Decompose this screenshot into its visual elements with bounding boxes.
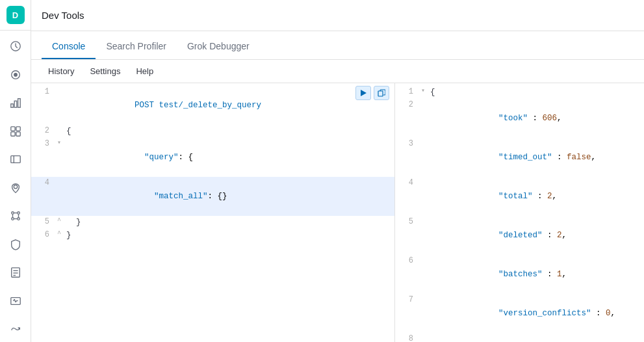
svg-rect-31 (378, 91, 383, 96)
tab-console[interactable]: Console (42, 34, 96, 59)
action-buttons (355, 86, 389, 100)
right-line-8: 8 "noops" : 0, (395, 333, 644, 342)
editor-area: 1 POST test/_delete_by_query 2 { (31, 83, 644, 342)
history-button[interactable]: History (42, 64, 81, 79)
svg-point-13 (11, 212, 14, 215)
sidebar-item-visualize[interactable] (0, 90, 31, 116)
toolbar: History Settings Help (31, 60, 644, 83)
right-code-editor[interactable]: 1 ▾ { 2 "took" : 606, 3 (395, 83, 644, 342)
svg-rect-6 (10, 126, 14, 130)
left-code-editor[interactable]: 1 POST test/_delete_by_query 2 { (31, 83, 394, 342)
logo-letter: D (12, 10, 18, 20)
tab-bar: Console Search Profiler Grok Debugger (31, 31, 644, 60)
svg-marker-30 (361, 90, 367, 96)
svg-rect-4 (14, 101, 17, 107)
svg-rect-7 (16, 126, 19, 130)
right-line-4: 4 "total" : 2, (395, 177, 644, 216)
sidebar-item-ml[interactable] (0, 203, 31, 229)
sidebar-item-canvas[interactable] (0, 146, 31, 172)
code-line-5: 5 ^ } (31, 216, 394, 229)
svg-rect-8 (10, 132, 14, 136)
settings-button[interactable]: Settings (83, 64, 127, 79)
app-logo: D (6, 6, 25, 24)
run-button[interactable] (355, 86, 371, 100)
svg-line-28 (16, 300, 17, 302)
tab-search-profiler[interactable]: Search Profiler (96, 34, 177, 59)
code-line-2: 2 { (31, 125, 394, 138)
svg-point-16 (17, 218, 19, 220)
svg-point-14 (17, 212, 19, 215)
svg-rect-3 (10, 104, 13, 107)
code-line-3: 3 ▾ "query": { (31, 138, 394, 177)
sidebar-item-discover[interactable] (0, 62, 31, 88)
sidebar-item-security[interactable] (0, 231, 31, 257)
svg-point-2 (14, 73, 17, 76)
svg-point-15 (11, 218, 14, 220)
right-line-5: 5 "deleted" : 2, (395, 216, 644, 255)
svg-rect-5 (18, 99, 20, 108)
help-button[interactable]: Help (129, 64, 160, 79)
right-editor-pane: 1 ▾ { 2 "took" : 606, 3 (395, 83, 644, 342)
right-line-3: 3 "timed_out" : false, (395, 138, 644, 177)
svg-line-29 (16, 300, 18, 301)
sidebar: D (0, 0, 31, 342)
copy-button[interactable] (374, 86, 389, 100)
sidebar-item-logs[interactable] (0, 259, 31, 285)
code-line-4: 4 "match_all": {} (31, 177, 394, 216)
sidebar-item-maps[interactable] (0, 175, 31, 201)
right-line-6: 6 "batches" : 1, (395, 255, 644, 294)
svg-rect-10 (10, 156, 19, 163)
sidebar-item-uptime[interactable] (0, 316, 31, 342)
code-line-6: 6 ^ } (31, 229, 394, 242)
right-line-7: 7 "version_conflicts" : 0, (395, 294, 644, 333)
tab-grok-debugger[interactable]: Grok Debugger (177, 34, 260, 59)
main-content: Dev Tools Console Search Profiler Grok D… (31, 0, 644, 342)
left-editor-pane: 1 POST test/_delete_by_query 2 { (31, 83, 395, 342)
code-line-1: 1 POST test/_delete_by_query (31, 86, 394, 125)
right-line-2: 2 "took" : 606, (395, 99, 644, 138)
logo-area: D (0, 0, 31, 31)
left-editor-wrapper: 1 POST test/_delete_by_query 2 { (31, 83, 394, 342)
sidebar-item-apm[interactable] (0, 288, 31, 314)
sidebar-item-dashboard[interactable] (0, 118, 31, 144)
topbar: Dev Tools (31, 0, 644, 31)
right-line-1: 1 ▾ { (395, 86, 644, 99)
svg-point-12 (14, 185, 17, 188)
app-title: Dev Tools (42, 10, 84, 21)
svg-rect-9 (16, 132, 19, 136)
sidebar-item-clock[interactable] (0, 33, 31, 59)
